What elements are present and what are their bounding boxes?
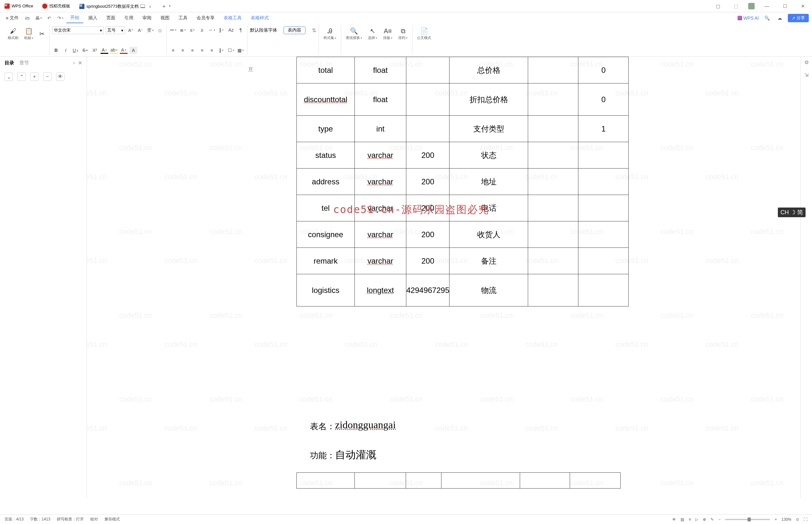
status-compat[interactable]: 兼容模式 xyxy=(104,517,120,522)
menu-view[interactable]: 视图 xyxy=(156,13,173,23)
page-layout-icon[interactable]: ▤ xyxy=(681,517,684,522)
close-tab-icon[interactable]: × xyxy=(149,4,153,9)
bullets-button[interactable]: ≔ xyxy=(169,27,177,33)
table-cell[interactable]: logistics xyxy=(297,274,355,307)
table-cell[interactable]: 200 xyxy=(406,168,449,195)
table-cell[interactable]: int xyxy=(355,116,406,142)
menu-tools[interactable]: 工具 xyxy=(175,13,192,23)
window-cube-icon[interactable]: ⬚ xyxy=(730,1,742,11)
numbering-button[interactable]: ≣ xyxy=(179,27,186,33)
table-cell[interactable]: varchar xyxy=(355,168,406,195)
cloud-icon[interactable]: ☁ xyxy=(775,13,784,23)
table-cell[interactable] xyxy=(578,248,629,274)
table-cell[interactable] xyxy=(528,142,578,168)
table-cell[interactable] xyxy=(528,222,578,248)
table-cell[interactable]: 折扣总价格 xyxy=(449,83,528,116)
table-cell[interactable]: varchar xyxy=(355,248,406,274)
table-cell[interactable]: varchar xyxy=(355,222,406,248)
default-para-style[interactable]: 默认段落字体 xyxy=(250,28,277,33)
align-justify-button[interactable]: ≡ xyxy=(198,47,206,54)
zoom-out-icon[interactable]: − xyxy=(718,517,720,522)
table-row[interactable]: discounttotalfloat折扣总价格0 xyxy=(297,83,629,116)
bold-button[interactable]: B xyxy=(52,47,60,54)
edit-mode-icon[interactable]: ✎ xyxy=(711,517,714,522)
outline-icon[interactable]: ≡ xyxy=(689,517,691,522)
font-size-select[interactable]: 五号▾ xyxy=(106,27,125,34)
right-assistant-icon[interactable]: ⚙ xyxy=(804,59,809,65)
view-icon[interactable]: 👁 xyxy=(56,72,64,81)
zoom-value[interactable]: 130% xyxy=(781,517,791,522)
table-cell[interactable]: discounttotal xyxy=(297,83,355,116)
table-cell[interactable]: type xyxy=(297,116,355,142)
add-tab-dropdown[interactable]: ▾ xyxy=(169,4,171,8)
table-cell[interactable]: total xyxy=(297,57,355,83)
table-cell[interactable] xyxy=(578,274,629,307)
clear-format-button[interactable]: ◇ xyxy=(156,27,164,34)
open-icon[interactable]: 🗁 xyxy=(22,13,32,23)
table-cell[interactable]: 0 xyxy=(578,83,629,116)
collapse-icon[interactable]: ⌄ xyxy=(4,72,13,81)
layout-button[interactable]: ⧉排列 xyxy=(396,27,410,41)
table-row[interactable]: addressvarchar200地址 xyxy=(297,168,629,195)
close-window-button[interactable]: ✕ xyxy=(797,1,809,11)
table-cell[interactable]: 200 xyxy=(406,142,449,168)
superscript-button[interactable]: X² xyxy=(91,47,99,54)
underline-button[interactable]: U xyxy=(71,47,79,54)
web-layout-icon[interactable]: ⊕ xyxy=(703,517,706,522)
increase-font-button[interactable]: A⁺ xyxy=(127,27,135,34)
menu-insert[interactable]: 插入 xyxy=(84,13,101,23)
table-cell[interactable]: remark xyxy=(297,248,355,274)
para-spacing-button[interactable]: ‖ xyxy=(217,47,225,54)
zoom-reset-icon[interactable]: ⊙ xyxy=(796,517,799,522)
ime-indicator[interactable]: CH ☽ 简 xyxy=(778,208,806,217)
font-family-select[interactable]: 华文仿宋▾ xyxy=(52,27,104,34)
toc-tab[interactable]: 目录 xyxy=(4,60,14,66)
chapter-tab[interactable]: 章节 xyxy=(19,60,29,66)
highlight-button[interactable]: ab xyxy=(110,47,118,54)
table-cell[interactable]: consignee xyxy=(297,222,355,248)
menu-member[interactable]: 会员专享 xyxy=(193,13,218,23)
menu-reference[interactable]: 引用 xyxy=(120,13,137,23)
show-marks-button[interactable]: ¶ xyxy=(237,27,245,33)
outdent-button[interactable]: ≤ xyxy=(188,27,196,33)
paste-button[interactable]: 📋粘贴 xyxy=(22,27,35,41)
panel-close-icon[interactable]: ✕ xyxy=(78,60,82,66)
gov-mode-button[interactable]: 📄公文模式 xyxy=(415,27,433,41)
table-row[interactable]: remarkvarchar200备注 xyxy=(297,248,629,274)
table-cell[interactable]: 200 xyxy=(406,222,449,248)
play-icon[interactable]: ▷ xyxy=(695,517,698,522)
align-center-button[interactable]: ≡ xyxy=(179,47,186,54)
expand-icon[interactable]: ⌃ xyxy=(17,72,26,81)
table-cell[interactable] xyxy=(578,168,629,195)
status-words[interactable]: 字数：1413 xyxy=(30,517,50,522)
file-menu[interactable]: ≡ 文件 xyxy=(3,14,21,22)
strike-button[interactable]: S xyxy=(81,47,89,54)
document-area[interactable]: code51.cn code51.cn code51.cn code51.cn … xyxy=(87,57,800,512)
share-button[interactable]: ↗ 分享 xyxy=(788,14,809,22)
table-cell[interactable]: 备注 xyxy=(449,248,528,274)
format-brush-button[interactable]: 🖌格式刷 xyxy=(6,27,20,41)
font-color2-button[interactable]: A xyxy=(120,47,128,54)
table-cell[interactable]: 0 xyxy=(578,57,629,83)
zoom-in-icon[interactable]: + xyxy=(775,517,777,522)
table-row[interactable]: logisticslongtext4294967295物流 xyxy=(297,274,629,307)
save-icon[interactable]: 🖶 xyxy=(34,13,43,23)
align-distribute-button[interactable]: ≡ xyxy=(208,47,216,54)
status-page[interactable]: 页面：4/13 xyxy=(4,517,23,522)
right-expand-icon[interactable]: ⇲ xyxy=(804,72,809,78)
table-cell[interactable] xyxy=(528,83,578,116)
table-row[interactable]: consigneevarchar200收货人 xyxy=(297,222,629,248)
menu-review[interactable]: 审阅 xyxy=(138,13,155,23)
avatar-icon[interactable] xyxy=(748,3,755,9)
menu-start[interactable]: 开始 xyxy=(66,13,83,23)
indent-button[interactable]: ≥ xyxy=(198,27,206,33)
table-cell[interactable] xyxy=(528,195,578,222)
table-row[interactable]: totalfloat总价格0 xyxy=(297,57,629,83)
add-tab-button[interactable]: ＋ xyxy=(161,2,167,10)
table-cell[interactable] xyxy=(578,142,629,168)
table-content-style[interactable]: 表内容 xyxy=(284,27,305,34)
table-cell[interactable]: varchar xyxy=(355,142,406,168)
fullscreen-icon[interactable]: ⛶ xyxy=(803,517,808,522)
find-replace-button[interactable]: 🔍查找替换 xyxy=(344,27,364,41)
status-spell[interactable]: 拼写检查：打开 xyxy=(57,517,84,522)
